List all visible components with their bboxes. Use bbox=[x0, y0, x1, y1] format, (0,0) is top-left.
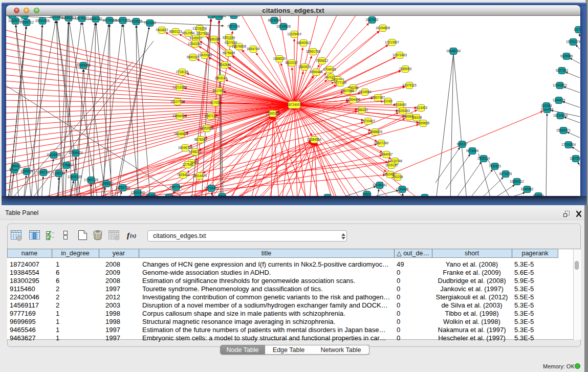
svg-text:16671355: 16671355 bbox=[116, 18, 130, 22]
svg-text:5675685: 5675685 bbox=[223, 51, 235, 55]
svg-text:9329966: 9329966 bbox=[560, 54, 573, 58]
svg-text:19218506: 19218506 bbox=[276, 25, 291, 28]
svg-text:10543382: 10543382 bbox=[188, 42, 203, 46]
svg-text:17016504: 17016504 bbox=[561, 143, 576, 146]
svg-text:163057: 163057 bbox=[7, 16, 18, 17]
svg-text:252254: 252254 bbox=[392, 175, 403, 179]
svg-text:2718126: 2718126 bbox=[176, 70, 189, 74]
svg-text:62160: 62160 bbox=[383, 99, 393, 103]
svg-text:18807249: 18807249 bbox=[374, 141, 389, 145]
svg-text:1615132: 1615132 bbox=[385, 163, 398, 167]
svg-text:10973493: 10973493 bbox=[393, 53, 407, 57]
svg-text:8427552: 8427552 bbox=[213, 89, 226, 93]
svg-text:15751074: 15751074 bbox=[566, 40, 580, 43]
svg-text:8145510: 8145510 bbox=[190, 36, 203, 40]
svg-text:7485083: 7485083 bbox=[399, 67, 412, 71]
svg-text:12505135: 12505135 bbox=[68, 175, 82, 179]
svg-text:(x): (x) bbox=[130, 233, 136, 239]
svg-text:335061: 335061 bbox=[10, 164, 21, 168]
svg-text:14055712: 14055712 bbox=[19, 20, 34, 24]
svg-text:10655267: 10655267 bbox=[61, 16, 76, 19]
svg-text:8878342: 8878342 bbox=[194, 138, 207, 141]
svg-text:22420046: 22420046 bbox=[198, 53, 212, 57]
svg-text:12213967: 12213967 bbox=[385, 40, 400, 44]
svg-text:23676608: 23676608 bbox=[232, 45, 247, 48]
svg-text:9227342: 9227342 bbox=[556, 69, 569, 72]
svg-text:12975115: 12975115 bbox=[402, 83, 417, 87]
svg-text:33071: 33071 bbox=[323, 195, 332, 196]
svg-text:121064: 121064 bbox=[541, 104, 552, 107]
svg-text:25300205: 25300205 bbox=[266, 112, 280, 115]
svg-text:16154808: 16154808 bbox=[376, 26, 390, 30]
svg-text:1588520: 1588520 bbox=[273, 57, 286, 60]
svg-text:20091406: 20091406 bbox=[35, 19, 50, 23]
svg-text:19654985: 19654985 bbox=[172, 114, 187, 118]
svg-text:8322037: 8322037 bbox=[286, 61, 298, 64]
svg-text:1362615: 1362615 bbox=[298, 65, 311, 69]
svg-text:16210643: 16210643 bbox=[553, 114, 568, 117]
svg-text:924504: 924504 bbox=[533, 194, 544, 196]
svg-text:20206536: 20206536 bbox=[47, 153, 61, 157]
svg-text:17957225: 17957225 bbox=[84, 178, 99, 182]
svg-text:16046758: 16046758 bbox=[178, 146, 193, 149]
svg-text:10807487: 10807487 bbox=[371, 96, 385, 99]
svg-text:16914479: 16914479 bbox=[192, 174, 207, 178]
svg-text:9699695: 9699695 bbox=[417, 121, 430, 125]
svg-text:8813054: 8813054 bbox=[268, 18, 281, 22]
svg-text:7632621: 7632621 bbox=[489, 164, 502, 168]
svg-text:14136141: 14136141 bbox=[373, 183, 387, 187]
svg-text:9457791: 9457791 bbox=[170, 185, 183, 189]
svg-text:766104: 766104 bbox=[411, 116, 422, 119]
svg-text:16648784: 16648784 bbox=[446, 49, 461, 53]
svg-text:16640910: 16640910 bbox=[296, 41, 311, 45]
svg-text:7463822: 7463822 bbox=[156, 28, 168, 32]
svg-text:8912954: 8912954 bbox=[182, 31, 195, 35]
svg-text:17359924: 17359924 bbox=[69, 151, 83, 155]
svg-text:20053346: 20053346 bbox=[76, 63, 91, 67]
svg-text:3624554: 3624554 bbox=[359, 90, 372, 94]
svg-text:9245652: 9245652 bbox=[521, 187, 534, 191]
svg-text:9351546: 9351546 bbox=[223, 36, 235, 39]
svg-text:9113403: 9113403 bbox=[415, 106, 428, 110]
svg-text:15276021: 15276021 bbox=[75, 16, 90, 20]
svg-text:87064: 87064 bbox=[420, 195, 429, 196]
svg-text:111734: 111734 bbox=[574, 28, 580, 31]
svg-text:10025433: 10025433 bbox=[396, 109, 410, 113]
svg-text:18724007: 18724007 bbox=[287, 103, 302, 106]
svg-text:91047: 91047 bbox=[164, 195, 173, 196]
svg-text:939197: 939197 bbox=[456, 142, 468, 146]
svg-text:12942737: 12942737 bbox=[36, 170, 51, 174]
svg-text:9982641: 9982641 bbox=[228, 16, 241, 17]
svg-text:15720407: 15720407 bbox=[361, 119, 376, 123]
svg-text:16961758: 16961758 bbox=[306, 50, 321, 53]
svg-text:16782759: 16782759 bbox=[116, 186, 130, 189]
svg-text:12770144: 12770144 bbox=[212, 16, 227, 18]
svg-text:16107554: 16107554 bbox=[170, 100, 185, 103]
svg-text:7857224: 7857224 bbox=[227, 25, 240, 28]
svg-text:6966160: 6966160 bbox=[90, 17, 102, 20]
svg-text:7511552: 7511552 bbox=[144, 21, 157, 25]
svg-text:8660123: 8660123 bbox=[169, 30, 182, 33]
svg-text:15692971: 15692971 bbox=[556, 128, 571, 132]
svg-text:11353594: 11353594 bbox=[200, 126, 214, 130]
svg-text:9242848: 9242848 bbox=[219, 63, 231, 67]
svg-text:9474444: 9474444 bbox=[466, 149, 479, 152]
svg-text:9777169: 9777169 bbox=[334, 81, 347, 84]
svg-text:9975867: 9975867 bbox=[60, 163, 73, 167]
svg-text:15716485: 15716485 bbox=[204, 186, 219, 190]
svg-text:12923448: 12923448 bbox=[130, 191, 145, 194]
svg-text:1167534: 1167534 bbox=[570, 157, 580, 160]
svg-text:8990448: 8990448 bbox=[310, 70, 323, 74]
svg-text:13226058: 13226058 bbox=[192, 27, 207, 30]
svg-text:7955812: 7955812 bbox=[316, 59, 329, 62]
svg-text:9084067: 9084067 bbox=[380, 152, 393, 156]
svg-text:917006: 917006 bbox=[210, 101, 221, 104]
svg-text:12213389: 12213389 bbox=[172, 85, 187, 89]
svg-text:7625402: 7625402 bbox=[177, 173, 190, 177]
svg-text:8471676: 8471676 bbox=[499, 172, 512, 176]
svg-text:2935114: 2935114 bbox=[477, 157, 490, 160]
svg-text:19384554: 19384554 bbox=[307, 138, 322, 141]
svg-text:10654112: 10654112 bbox=[510, 180, 524, 183]
svg-text:2087682: 2087682 bbox=[366, 18, 379, 21]
svg-text:12093872: 12093872 bbox=[553, 83, 568, 87]
